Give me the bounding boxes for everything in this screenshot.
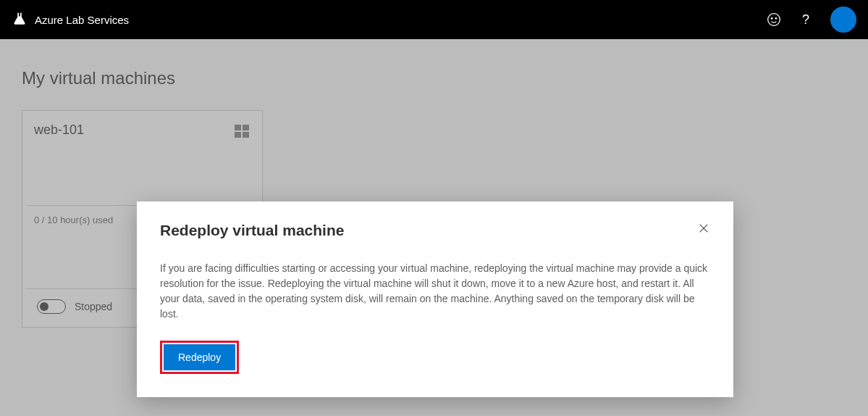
topbar-right: ?: [767, 7, 856, 33]
redeploy-button[interactable]: Redeploy: [164, 344, 235, 370]
help-icon[interactable]: ?: [799, 12, 813, 28]
feedback-smiley-icon[interactable]: [767, 12, 781, 27]
svg-point-2: [775, 18, 777, 20]
dialog-body: If you are facing difficulties starting …: [160, 261, 710, 322]
close-icon[interactable]: [697, 222, 710, 235]
brand-name: Azure Lab Services: [35, 14, 129, 26]
brand[interactable]: Azure Lab Services: [12, 12, 129, 28]
redeploy-dialog: Redeploy virtual machine If you are faci…: [137, 201, 733, 397]
highlight-annotation: Redeploy: [160, 341, 239, 374]
dialog-header: Redeploy virtual machine: [160, 222, 710, 239]
user-avatar[interactable]: [830, 7, 856, 33]
svg-point-1: [771, 18, 772, 20]
lab-services-logo-icon: [12, 12, 28, 28]
dialog-title: Redeploy virtual machine: [160, 222, 344, 239]
svg-point-0: [768, 14, 780, 26]
top-navbar: Azure Lab Services ?: [0, 0, 868, 39]
